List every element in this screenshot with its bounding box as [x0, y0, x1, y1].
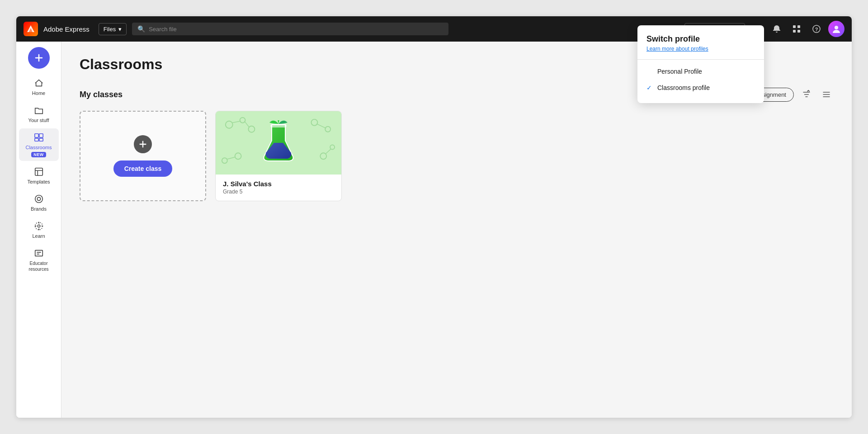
app-name: Adobe Express — [43, 25, 90, 33]
class-card-image — [216, 111, 341, 175]
apps-icon-button[interactable] — [788, 21, 805, 37]
svg-rect-12 — [35, 195, 42, 203]
class-card-j-silva[interactable]: J. Silva's Class Grade 5 — [215, 111, 342, 201]
svg-rect-10 — [39, 138, 42, 141]
dropdown-item-classrooms[interactable]: ✓ Classrooms profile — [637, 80, 764, 96]
create-class-card[interactable]: Create class — [80, 111, 206, 201]
brands-icon — [33, 193, 44, 204]
svg-point-17 — [226, 121, 233, 128]
learn-more-link[interactable]: Learn more about profiles — [637, 46, 764, 59]
sidebar-item-home-label: Home — [32, 90, 45, 96]
educator-icon — [33, 248, 44, 259]
list-view-icon-button[interactable] — [819, 87, 834, 102]
svg-point-29 — [235, 153, 241, 159]
sidebar-item-classrooms-label: Classrooms — [25, 145, 52, 150]
sidebar-item-brands[interactable]: Brands — [19, 190, 59, 215]
dropdown-item-personal[interactable]: Personal Profile — [637, 63, 764, 80]
class-card-name: J. Silva's Class — [223, 180, 334, 188]
files-dropdown[interactable]: Files ▾ — [99, 23, 127, 35]
personal-profile-label: Personal Profile — [657, 68, 702, 75]
classrooms-profile-label: Classrooms profile — [657, 84, 710, 91]
sidebar-item-classrooms[interactable]: Classrooms NEW — [19, 128, 59, 161]
home-icon — [33, 78, 44, 89]
search-icon: 🔍 — [137, 25, 145, 33]
sidebar-item-learn-label: Learn — [32, 233, 45, 239]
section-title: My classes — [80, 90, 123, 99]
sort-icon-button[interactable] — [799, 87, 814, 102]
svg-point-28 — [222, 158, 227, 163]
classes-grid: Create class — [80, 111, 834, 201]
svg-rect-16 — [35, 250, 42, 256]
create-class-plus-icon — [134, 135, 152, 153]
svg-point-18 — [240, 118, 245, 123]
help-icon-button[interactable]: ? — [808, 21, 825, 37]
svg-line-27 — [326, 149, 331, 154]
svg-point-22 — [311, 119, 317, 126]
svg-point-25 — [320, 153, 326, 159]
svg-rect-2 — [793, 30, 796, 33]
molecule-background — [216, 111, 341, 174]
sidebar-item-your-stuff[interactable]: Your stuff — [19, 101, 59, 127]
svg-rect-11 — [35, 168, 42, 176]
sidebar-item-your-stuff-label: Your stuff — [28, 118, 49, 123]
templates-icon — [33, 166, 44, 177]
dropdown-title: Switch profile — [637, 34, 764, 46]
svg-rect-3 — [797, 30, 800, 33]
svg-rect-1 — [797, 25, 800, 28]
sidebar-item-learn[interactable]: Learn — [19, 217, 59, 242]
bell-icon-button[interactable] — [769, 21, 785, 37]
class-card-grade: Grade 5 — [223, 189, 334, 195]
svg-rect-7 — [34, 134, 38, 137]
svg-rect-8 — [39, 134, 42, 137]
sidebar-item-brands-label: Brands — [31, 206, 47, 212]
svg-point-6 — [835, 26, 838, 29]
svg-point-14 — [38, 225, 40, 227]
add-button[interactable] — [28, 47, 50, 69]
sidebar-item-educator[interactable]: Educator resources — [19, 244, 59, 276]
svg-point-23 — [325, 127, 330, 132]
user-avatar[interactable] — [828, 21, 844, 37]
learn-icon — [33, 221, 44, 231]
classrooms-icon — [33, 132, 44, 143]
svg-line-21 — [245, 121, 250, 127]
sidebar-item-templates[interactable]: Templates — [19, 163, 59, 188]
create-class-button[interactable]: Create class — [113, 160, 173, 177]
svg-line-19 — [232, 121, 241, 123]
search-bar: 🔍 — [132, 23, 448, 35]
sidebar-item-templates-label: Templates — [27, 179, 50, 184]
svg-point-13 — [37, 197, 40, 200]
sidebar: Home Your stuff Classrooms NEW Templ — [16, 42, 61, 418]
switch-profile-dropdown: Switch profile Learn more about profiles… — [637, 25, 764, 103]
svg-line-30 — [227, 157, 236, 159]
chevron-down-icon: ▾ — [118, 26, 122, 33]
adobe-logo — [24, 22, 38, 36]
check-icon: ✓ — [646, 84, 654, 91]
new-badge: NEW — [31, 152, 46, 157]
svg-line-24 — [316, 124, 326, 128]
folder-icon — [33, 105, 44, 116]
svg-rect-0 — [793, 25, 796, 28]
svg-rect-9 — [34, 138, 38, 141]
sidebar-item-educator-label: Educator resources — [21, 260, 57, 272]
dropdown-divider — [637, 59, 764, 60]
search-input[interactable] — [149, 26, 443, 33]
sidebar-item-home[interactable]: Home — [19, 74, 59, 99]
svg-text:?: ? — [815, 27, 818, 32]
class-card-info: J. Silva's Class Grade 5 — [216, 175, 341, 200]
